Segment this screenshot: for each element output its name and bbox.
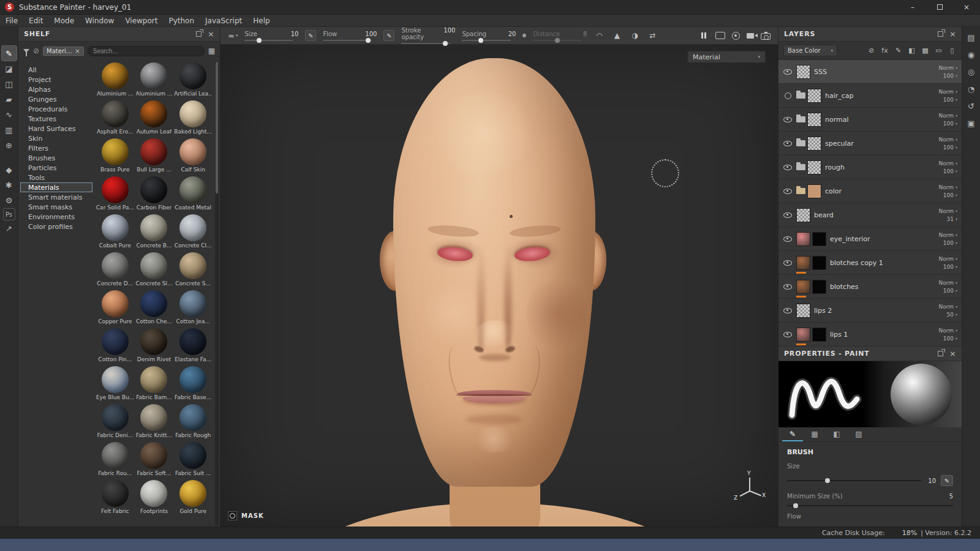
particles-tool[interactable]: ✱ [2, 178, 17, 192]
shading-mode-select[interactable]: Material ▾ [687, 51, 766, 63]
layers-popout-icon[interactable] [938, 31, 943, 37]
shelf-close-icon[interactable]: × [208, 30, 214, 38]
filter-tag-remove-icon[interactable]: × [75, 48, 80, 54]
material-item[interactable]: Elastane Fa... [173, 328, 213, 366]
alignment-icon[interactable]: ▲ [611, 30, 622, 41]
add-folder-icon[interactable]: ▭ [934, 46, 943, 55]
visibility-eye-icon[interactable] [783, 258, 793, 268]
add-paint-layer-icon[interactable]: ✎ [894, 46, 903, 55]
shelf-category-tools[interactable]: Tools [20, 173, 92, 182]
visibility-eye-icon[interactable] [783, 282, 793, 291]
opacity-select[interactable]: 100▾ [943, 168, 957, 174]
layer-row[interactable]: beardNorm▾31▾ [778, 203, 962, 227]
stroke-shape-button[interactable]: ≈ ▾ [228, 31, 238, 40]
filter-tag[interactable]: Materi... × [43, 47, 84, 56]
material-picker-tool[interactable]: ⊕ [2, 138, 17, 152]
photoshop-tool[interactable]: Ps [3, 208, 15, 220]
opacity-select[interactable]: 100▾ [943, 240, 957, 246]
blend-mode-select[interactable]: Norm▾ [938, 65, 957, 71]
blend-mode-select[interactable]: Norm▾ [938, 256, 957, 262]
tab-brush[interactable]: ✎ [782, 427, 803, 441]
shelf-category-materials[interactable]: Materials [20, 182, 92, 192]
shelf-category-environments[interactable]: Environments [20, 212, 92, 222]
material-item[interactable]: Autumn Leaf [135, 100, 174, 138]
material-item[interactable]: Concrete Sl... [135, 252, 174, 290]
smart-materials-tool[interactable]: ◆ [2, 162, 17, 177]
blend-mode-select[interactable]: Norm▾ [938, 280, 957, 286]
size-pencil-toggle[interactable]: ✎ [305, 30, 316, 41]
grid-view-icon[interactable]: ▦ [208, 47, 215, 55]
maximize-button[interactable] [926, 0, 953, 14]
camera-icon[interactable] [747, 33, 754, 39]
filter-icon[interactable] [23, 49, 29, 53]
material-item[interactable]: Brass Pure [96, 138, 135, 176]
smudge-tool[interactable]: ∿ [2, 107, 17, 122]
shelf-category-alphas[interactable]: Alphas [20, 84, 92, 94]
visibility-eye-icon[interactable] [783, 114, 793, 124]
settings-tool[interactable]: ⚙ [2, 193, 17, 208]
blend-mode-select[interactable]: Norm▾ [938, 137, 957, 143]
texture-set-settings-icon[interactable]: ▤ [967, 33, 974, 42]
layer-row[interactable]: specularNorm▾100▾ [778, 132, 962, 156]
material-item[interactable]: Cotton Pin... [96, 328, 135, 366]
viewport-layout-icon[interactable] [715, 32, 725, 39]
brush-min-size-slider[interactable] [787, 505, 953, 506]
menu-item-edit[interactable]: Edit [23, 15, 48, 27]
shelf-category-all[interactable]: All [20, 65, 92, 75]
opacity-select[interactable]: 31▾ [947, 216, 957, 222]
toolbar-size[interactable]: Size10 [244, 31, 298, 41]
layer-row[interactable]: eye_interiorNorm▾100▾ [778, 227, 962, 251]
visibility-eye-icon[interactable] [783, 91, 793, 100]
material-item[interactable]: Concrete S... [173, 252, 213, 290]
shelf-category-filters[interactable]: Filters [20, 143, 92, 153]
eraser-tool[interactable]: ◪ [2, 61, 17, 76]
log-icon[interactable]: ▣ [967, 119, 974, 128]
visibility-eye-icon[interactable] [783, 186, 793, 196]
tab-grayscale[interactable]: ▨ [848, 427, 869, 441]
close-button[interactable]: × [953, 0, 980, 14]
paint-tool[interactable]: ✎ [2, 46, 17, 61]
add-effect-icon[interactable]: fx [880, 46, 889, 55]
material-item[interactable]: Asphalt Ero... [96, 100, 135, 138]
shelf-category-project[interactable]: Project [20, 75, 92, 84]
material-item[interactable]: Eye Blue Bu... [96, 366, 135, 404]
opacity-select[interactable]: 100▾ [943, 192, 957, 198]
minimize-button[interactable]: – [899, 0, 926, 14]
layer-row[interactable]: hair_capNorm▾100▾ [778, 84, 962, 108]
size-slider[interactable] [244, 40, 293, 41]
tab-stencil[interactable]: ◧ [826, 427, 847, 441]
material-item[interactable]: Felt Fabric [96, 480, 135, 518]
blend-mode-select[interactable]: Norm▾ [938, 232, 957, 238]
shelf-scrollbar[interactable] [215, 61, 219, 525]
material-item[interactable]: Fabric Knitt... [135, 404, 174, 442]
material-item[interactable]: Fabric Suit ... [173, 442, 213, 480]
material-item[interactable]: Fabric Rough [173, 404, 213, 442]
visibility-eye-icon[interactable] [783, 162, 793, 172]
clear-filter-icon[interactable]: ⊘ [33, 47, 39, 55]
menu-item-python[interactable]: Python [163, 15, 200, 27]
material-item[interactable]: Fabric Soft... [135, 442, 174, 480]
camera-settings-icon[interactable]: ◔ [968, 84, 974, 94]
material-item[interactable]: Coated Metal [173, 176, 213, 214]
visibility-eye-icon[interactable] [783, 67, 793, 77]
projection-tool[interactable]: ◫ [2, 77, 17, 91]
shelf-category-particles[interactable]: Particles [20, 163, 92, 173]
material-item[interactable]: Concrete Cl... [173, 214, 213, 252]
lazy-mouse-icon[interactable]: ⇄ [647, 30, 658, 41]
menu-item-help[interactable]: Help [247, 15, 275, 27]
shelf-popout-icon[interactable] [196, 31, 202, 37]
material-item[interactable]: Baked Light... [173, 100, 213, 138]
blend-mode-select[interactable]: Norm▾ [938, 160, 957, 167]
layer-row[interactable]: normalNorm▾100▾ [778, 108, 962, 132]
blend-mode-select[interactable]: Norm▾ [938, 304, 957, 310]
channel-select[interactable]: Base Color ▾ [783, 45, 837, 56]
flow-pencil-toggle[interactable]: ✎ [383, 30, 394, 41]
layers-close-icon[interactable]: × [949, 30, 956, 38]
opacity-select[interactable]: 100▾ [943, 264, 957, 270]
opacity-select[interactable]: 100▾ [943, 144, 957, 151]
blend-mode-select[interactable]: Norm▾ [938, 89, 957, 95]
material-item[interactable]: Fabric Bam... [135, 366, 174, 404]
shelf-category-grunges[interactable]: Grunges [20, 94, 92, 104]
shelf-category-skin[interactable]: Skin [20, 133, 92, 143]
render-mode-icon[interactable] [732, 32, 740, 40]
